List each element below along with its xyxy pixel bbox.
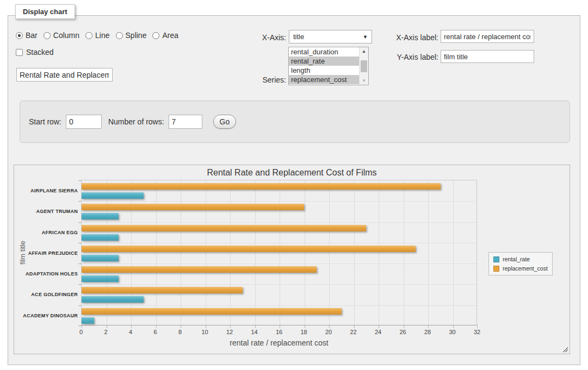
bar-replacement_cost <box>82 308 342 315</box>
chart-type-radio-label: Spline <box>126 31 147 40</box>
chart-type-line[interactable]: Line <box>85 31 109 40</box>
x-tick-label: 8 <box>172 329 188 335</box>
chart-type-bar[interactable]: Bar <box>16 31 38 40</box>
bar-rental_rate <box>82 296 144 303</box>
legend-swatch-icon <box>493 256 499 262</box>
scroll-down-icon[interactable]: ▼ <box>360 77 368 85</box>
scroll-up-icon[interactable]: ▲ <box>360 47 368 55</box>
rows-controls: Start row: Number of rows: Go <box>29 115 236 129</box>
x-axis-tick <box>156 325 157 328</box>
x-axis-tick <box>107 325 107 328</box>
gridline <box>181 180 181 325</box>
legend-item-rental_rate[interactable]: rental_rate <box>493 256 548 262</box>
chart-legend: rental_ratereplacement_cost <box>488 252 553 275</box>
x-axis-selected-value: title <box>293 33 304 41</box>
category-label: ACADEMY DINOSAUR <box>17 313 78 318</box>
y-axis-label-input[interactable] <box>441 50 534 63</box>
legend-label: replacement_cost <box>503 265 548 272</box>
chart-title-input[interactable] <box>16 68 113 81</box>
bar-rental_rate <box>82 255 119 261</box>
x-tick-label: 24 <box>370 329 386 335</box>
x-axis-tick <box>255 325 256 328</box>
chart-type-radio-area[interactable] <box>152 32 159 39</box>
category-label: AFFAIR PREJUDICE <box>17 250 78 256</box>
x-axis-tick <box>379 325 379 328</box>
x-axis-tick <box>280 325 280 328</box>
bar-replacement_cost <box>82 183 441 190</box>
x-axis-tick <box>206 325 206 328</box>
legend-item-replacement_cost[interactable]: replacement_cost <box>493 265 548 272</box>
start-row-label: Start row: <box>29 117 61 126</box>
bar-replacement_cost <box>82 225 366 231</box>
gridline <box>305 180 305 325</box>
chart-type-radio-label: Line <box>95 31 109 40</box>
chart-type-radio-bar[interactable] <box>16 32 23 39</box>
x-tick-label: 6 <box>147 329 164 335</box>
gridline <box>255 180 256 325</box>
chart-type-spline[interactable]: Spline <box>116 31 147 40</box>
series-option-rental_duration[interactable]: rental_duration <box>289 47 359 57</box>
chart-type-radios: BarColumnLineSplineArea <box>16 31 178 40</box>
stacked-checkbox-row[interactable]: Stacked <box>16 48 54 57</box>
category-label: AGENT TRUMAN <box>17 209 78 214</box>
series-multiselect[interactable]: rental_durationrental_ratelengthreplacem… <box>288 47 369 85</box>
chart-type-radio-column[interactable] <box>44 32 51 39</box>
bar-rental_rate <box>82 234 119 241</box>
gridline <box>280 180 280 325</box>
x-axis-tick <box>329 325 330 328</box>
bar-rental_rate <box>82 192 144 199</box>
x-tick-label: 22 <box>345 329 362 335</box>
category-label: ACE GOLDFINGER <box>17 292 78 297</box>
x-axis-tick <box>305 325 305 328</box>
fieldset-legend: Display chart <box>15 4 75 19</box>
chart-type-radio-label: Area <box>162 31 178 40</box>
bar-replacement_cost <box>82 266 317 273</box>
x-tick-label: 30 <box>444 329 461 335</box>
gridline <box>329 180 330 325</box>
x-axis-tick <box>181 325 181 328</box>
go-button[interactable]: Go <box>213 115 237 129</box>
x-axis-tick-labels: 02468101214161820222426283032 <box>81 329 477 336</box>
band-separator <box>82 201 476 202</box>
stacked-checkbox[interactable] <box>16 49 23 56</box>
x-axis-tick <box>404 325 404 328</box>
chart-type-radio-spline[interactable] <box>116 32 123 39</box>
band-separator <box>82 243 476 243</box>
dropdown-arrow-icon: ▼ <box>363 34 368 40</box>
scrollbar-thumb[interactable] <box>361 60 367 72</box>
legend-swatch-icon <box>493 266 499 272</box>
scrollbar[interactable]: ▲ ▼ <box>359 47 368 85</box>
gridline <box>131 180 132 325</box>
resize-handle-icon[interactable] <box>562 346 568 352</box>
x-tick-label: 28 <box>419 329 436 335</box>
x-axis-tick <box>354 325 355 328</box>
x-axis-tick <box>428 325 429 328</box>
x-axis-label-input[interactable] <box>441 30 534 43</box>
display-chart-app: Display chart BarColumnLineSplineArea St… <box>0 0 588 370</box>
chart-type-area[interactable]: Area <box>152 31 178 40</box>
bar-replacement_cost <box>82 287 243 293</box>
x-axis-tick <box>477 325 478 328</box>
bar-replacement_cost <box>82 204 304 210</box>
gridline <box>404 180 404 325</box>
chart-type-column[interactable]: Column <box>44 31 79 40</box>
number-of-rows-input[interactable] <box>169 115 202 129</box>
y-axis-tick <box>78 264 82 264</box>
number-of-rows-label: Number of rows: <box>108 117 164 126</box>
x-axis-tick <box>230 325 231 328</box>
series-option-rental_rate[interactable]: rental_rate <box>289 57 359 66</box>
x-tick-label: 32 <box>469 329 485 335</box>
y-axis-label-field-label: Y-Axis label: <box>384 53 438 61</box>
x-tick-label: 10 <box>197 329 213 335</box>
series-options: rental_durationrental_ratelengthreplacem… <box>289 47 359 85</box>
x-axis-select[interactable]: title ▼ <box>289 30 372 43</box>
series-option-replacement_cost[interactable]: replacement_cost <box>289 75 359 84</box>
y-axis-tick <box>78 243 82 243</box>
band-separator <box>82 222 476 223</box>
series-option-length[interactable]: length <box>289 66 359 75</box>
start-row-input[interactable] <box>66 115 102 129</box>
gridline <box>428 180 429 325</box>
chart-type-radio-line[interactable] <box>85 32 92 39</box>
chart-container: Rental Rate and Replacement Cost of Film… <box>14 165 570 354</box>
y-axis-tick <box>78 284 82 285</box>
